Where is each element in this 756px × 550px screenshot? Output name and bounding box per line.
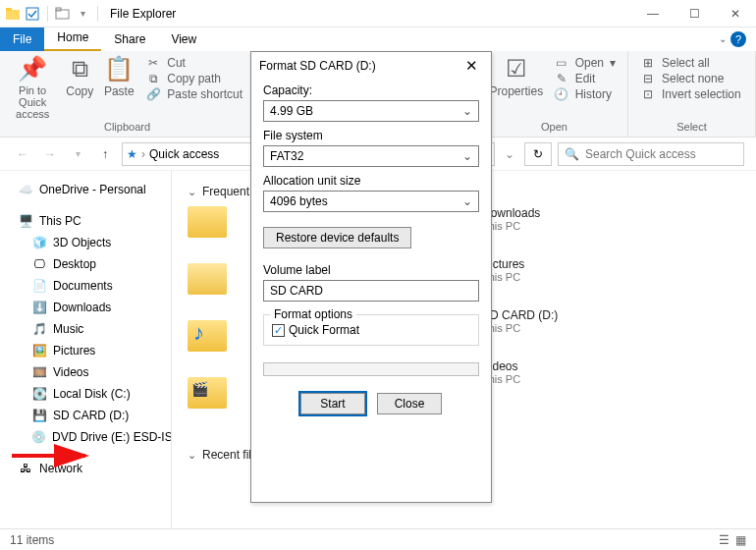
breadcrumb-quick-access[interactable]: Quick access bbox=[149, 147, 219, 161]
checkbox-icon: ✓ bbox=[272, 324, 285, 337]
allocation-select[interactable]: 4096 bytes bbox=[263, 191, 479, 212]
search-icon: 🔍 bbox=[565, 147, 579, 161]
capacity-label: Capacity: bbox=[263, 83, 479, 97]
svg-rect-0 bbox=[6, 10, 20, 20]
maximize-button[interactable]: ☐ bbox=[674, 0, 715, 28]
sidebar-item-videos[interactable]: 🎞️Videos bbox=[4, 361, 167, 383]
sidebar-item-thispc[interactable]: 🖥️This PC bbox=[4, 210, 167, 232]
large-icons-view-icon[interactable]: ▦ bbox=[735, 533, 746, 547]
annotation-arrow bbox=[12, 395, 336, 503]
close-button-dialog[interactable]: Close bbox=[377, 393, 442, 414]
sidebar-item-onedrive[interactable]: ☁️OneDrive - Personal bbox=[4, 179, 167, 200]
copy-path-button[interactable]: ⧉Copy path bbox=[139, 71, 248, 86]
music-icon: 🎵 bbox=[31, 321, 47, 337]
tab-file[interactable]: File bbox=[0, 28, 44, 51]
history-icon: 🕘 bbox=[554, 87, 569, 101]
capacity-select[interactable]: 4.99 GB bbox=[263, 100, 479, 122]
scissors-icon: ✂ bbox=[145, 56, 161, 70]
select-all-button[interactable]: ⊞Select all bbox=[634, 55, 749, 71]
paste-shortcut-button[interactable]: 🔗Paste shortcut bbox=[139, 86, 248, 102]
invert-selection-button[interactable]: ⊡Invert selection bbox=[634, 86, 749, 102]
folder-thumb[interactable]: ♪ bbox=[188, 320, 227, 352]
download-icon: ⬇️ bbox=[31, 300, 47, 315]
tab-view[interactable]: View bbox=[158, 28, 209, 51]
copy-path-icon: ⧉ bbox=[145, 72, 161, 85]
dialog-title: Format SD CARD (D:) bbox=[259, 59, 376, 73]
address-dropdown-icon[interactable]: ⌄ bbox=[501, 147, 518, 161]
cut-button[interactable]: ✂Cut bbox=[139, 55, 248, 71]
paste-button[interactable]: 📋Paste bbox=[100, 55, 137, 120]
item-sdcard[interactable]: SD CARD (D:)This PC bbox=[482, 308, 558, 334]
open-button[interactable]: ▭Open ▾ bbox=[548, 55, 621, 71]
folder-thumb[interactable] bbox=[188, 206, 227, 238]
sidebar-item-documents[interactable]: 📄Documents bbox=[4, 275, 167, 297]
select-none-icon: ⊟ bbox=[640, 72, 656, 85]
pictures-icon: 🖼️ bbox=[31, 343, 47, 358]
edit-icon: ✎ bbox=[554, 72, 569, 85]
up-button[interactable]: ↑ bbox=[94, 143, 116, 165]
select-group-label: Select bbox=[634, 121, 749, 133]
desktop-icon: 🖵 bbox=[31, 256, 47, 272]
clipboard-group-label: Clipboard bbox=[6, 121, 248, 133]
item-downloads[interactable]: DownloadsThis PC bbox=[482, 206, 558, 232]
chevron-down-icon: ⌄ bbox=[188, 186, 196, 198]
sidebar-item-desktop[interactable]: 🖵Desktop bbox=[4, 253, 167, 275]
edit-button[interactable]: ✎Edit bbox=[548, 71, 621, 86]
volume-label-input[interactable]: SD CARD bbox=[263, 280, 479, 302]
cloud-icon: ☁️ bbox=[18, 182, 33, 197]
status-bar: 11 items ☰ ▦ bbox=[0, 528, 756, 550]
search-placeholder: Search Quick access bbox=[585, 147, 696, 161]
quick-access-star-icon: ★ bbox=[127, 147, 137, 161]
document-icon: 📄 bbox=[31, 278, 47, 294]
close-button[interactable]: ✕ bbox=[715, 0, 756, 28]
qat-folder-icon[interactable] bbox=[54, 5, 72, 23]
qat-dropdown-icon[interactable]: ▾ bbox=[74, 5, 91, 23]
ribbon-collapse-icon[interactable]: ⌄ bbox=[719, 33, 727, 44]
properties-icon: ☑ bbox=[506, 55, 527, 82]
help-icon[interactable]: ? bbox=[730, 31, 746, 47]
recent-dropdown[interactable]: ▾ bbox=[67, 143, 88, 165]
details-view-icon[interactable]: ☰ bbox=[719, 533, 729, 547]
folder-thumb[interactable] bbox=[188, 263, 227, 295]
format-progress bbox=[263, 362, 479, 376]
select-none-button[interactable]: ⊟Select none bbox=[634, 71, 749, 86]
back-button[interactable]: ← bbox=[12, 143, 33, 165]
item-pictures[interactable]: PicturesThis PC bbox=[482, 257, 558, 283]
tab-home[interactable]: Home bbox=[44, 26, 101, 51]
invert-icon: ⊡ bbox=[640, 87, 656, 101]
minimize-button[interactable]: — bbox=[632, 0, 674, 28]
item-videos[interactable]: VideosThis PC bbox=[482, 359, 558, 385]
copy-button[interactable]: ⧉Copy bbox=[61, 55, 98, 120]
video-icon: 🎞️ bbox=[31, 364, 47, 380]
pin-quick-access-button[interactable]: 📌Pin to Quick access bbox=[6, 55, 59, 120]
filesystem-select[interactable]: FAT32 bbox=[263, 145, 479, 167]
dialog-close-button[interactable]: ✕ bbox=[459, 54, 483, 78]
status-item-count: 11 items bbox=[10, 533, 54, 547]
folder-icon bbox=[4, 5, 22, 23]
ribbon-tabs: File Home Share View ⌄ ? bbox=[0, 28, 756, 51]
cube-icon: 🧊 bbox=[31, 235, 47, 250]
restore-defaults-button[interactable]: Restore device defaults bbox=[263, 227, 411, 248]
history-button[interactable]: 🕘History bbox=[548, 86, 621, 102]
filesystem-label: File system bbox=[263, 129, 479, 142]
pc-icon: 🖥️ bbox=[18, 213, 33, 229]
title-bar: ▾ File Explorer — ☐ ✕ bbox=[0, 0, 756, 28]
format-options-label: Format options bbox=[270, 307, 356, 321]
sidebar-item-music[interactable]: 🎵Music bbox=[4, 318, 167, 340]
properties-button[interactable]: ☑Properties bbox=[487, 55, 546, 102]
quick-format-checkbox[interactable]: ✓ Quick Format bbox=[272, 323, 470, 337]
window-title: File Explorer bbox=[104, 7, 176, 21]
sidebar-item-pictures[interactable]: 🖼️Pictures bbox=[4, 340, 167, 361]
refresh-button[interactable]: ↻ bbox=[524, 142, 552, 166]
qat-save-icon[interactable] bbox=[24, 5, 41, 23]
open-icon: ▭ bbox=[554, 56, 569, 70]
search-box[interactable]: 🔍 Search Quick access bbox=[558, 142, 744, 166]
volume-label-label: Volume label bbox=[263, 263, 479, 277]
sidebar-item-downloads[interactable]: ⬇️Downloads bbox=[4, 297, 167, 318]
sidebar-item-3dobjects[interactable]: 🧊3D Objects bbox=[4, 232, 167, 253]
shortcut-icon: 🔗 bbox=[145, 87, 161, 101]
tab-share[interactable]: Share bbox=[101, 28, 158, 51]
open-group-label: Open bbox=[487, 121, 621, 133]
forward-button[interactable]: → bbox=[39, 143, 61, 165]
svg-rect-1 bbox=[6, 8, 12, 11]
